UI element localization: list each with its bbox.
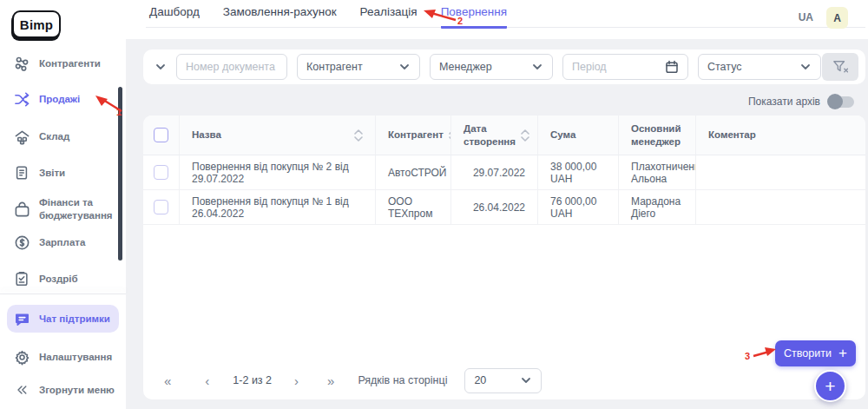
sidebar-item-warehouse[interactable]: Склад <box>0 125 126 148</box>
document-number-input[interactable] <box>186 61 278 73</box>
row-manager-cell: Плахотниченко Альона <box>619 155 696 189</box>
floating-add-button[interactable]: + <box>814 370 846 402</box>
document-icon <box>13 164 30 181</box>
sidebar: Bimp Контрагенти Продажі Склад Звіти Фін… <box>0 0 126 409</box>
archive-toggle-label: Показати архів <box>748 96 820 108</box>
row-manager-cell: Марадона Діего <box>619 190 696 224</box>
status-select[interactable]: Статус <box>698 54 821 80</box>
sidebar-item-support-chat[interactable]: Чат підтримки <box>0 307 126 330</box>
avatar[interactable]: A <box>826 7 848 29</box>
sidebar-item-label: Продажі <box>39 93 80 106</box>
column-header-label: Коментар <box>708 129 756 141</box>
top-header: Дашборд Замовлення-рахунок Реалізація По… <box>126 0 868 39</box>
column-header-label: Назва <box>192 129 221 141</box>
column-header-contractor[interactable]: Контрагент <box>376 115 451 155</box>
column-header-label: Основний менеджер <box>631 122 683 148</box>
warehouse-icon <box>13 128 30 145</box>
status-select-label: Статус <box>707 61 742 73</box>
column-header-comment[interactable]: Коментар <box>696 115 865 155</box>
plus-icon: + <box>838 346 847 360</box>
column-header-sum[interactable]: Сума <box>538 115 619 155</box>
row-checkbox[interactable] <box>154 200 168 214</box>
toggle-knob <box>827 94 843 109</box>
rows-per-page-value: 20 <box>474 374 486 386</box>
language-switcher[interactable]: UA <box>799 11 813 23</box>
sidebar-item-salary[interactable]: Зарплата <box>0 231 126 254</box>
sidebar-item-contractors[interactable]: Контрагенти <box>0 52 126 75</box>
gear-icon <box>13 348 30 366</box>
filters-collapse-icon[interactable] <box>152 58 169 76</box>
table-row[interactable]: Повернення від покупця № 1 від 26.04.202… <box>143 190 865 225</box>
row-checkbox[interactable] <box>154 165 168 180</box>
table-header-row: Назва Контрагент Дата створення Сума Осн <box>143 115 865 155</box>
sidebar-item-label: Звіти <box>39 167 65 180</box>
create-button-label: Створити <box>784 347 832 360</box>
sidebar-item-sales[interactable]: Продажі <box>0 88 126 110</box>
column-header-label: Дата створення <box>464 122 516 148</box>
document-number-field[interactable] <box>176 54 287 80</box>
select-all-cell <box>143 115 180 155</box>
sidebar-item-label: Роздріб <box>39 273 78 286</box>
create-button[interactable]: Створити + <box>775 340 856 366</box>
app-logo[interactable]: Bimp <box>12 10 61 38</box>
next-page-button[interactable]: › <box>294 373 298 388</box>
chevron-down-icon <box>520 374 532 386</box>
tab-bar: Дашборд Замовлення-рахунок Реалізація По… <box>149 5 507 29</box>
manager-select-label: Менеджер <box>439 61 492 73</box>
chevron-down-icon <box>531 61 543 73</box>
row-date-cell: 26.04.2022 <box>451 190 538 224</box>
row-name-cell[interactable]: Повернення від покупця № 2 від 29.07.202… <box>180 155 376 189</box>
column-header-manager[interactable]: Основний менеджер <box>619 115 696 155</box>
chat-icon <box>13 310 30 327</box>
period-field[interactable]: Період <box>562 54 688 80</box>
sort-icon[interactable] <box>516 129 529 142</box>
manager-select[interactable]: Менеджер <box>430 54 553 80</box>
pagination-bar: « ‹ 1-2 из 2 › » Рядків на сторінці 20 <box>157 363 542 398</box>
column-header-label: Сума <box>550 129 575 141</box>
tab-realization[interactable]: Реалізація <box>360 5 418 29</box>
contractor-select[interactable]: Контрагент <box>297 54 420 80</box>
table-row[interactable]: Повернення від покупця № 2 від 29.07.202… <box>143 155 865 190</box>
sort-icon[interactable] <box>444 129 451 142</box>
tab-returns[interactable]: Повернення <box>441 5 507 29</box>
row-contractor-cell: ООО ТЕХпром <box>376 190 451 224</box>
sidebar-item-label: Контрагенти <box>39 57 101 70</box>
sort-icon[interactable] <box>349 129 363 142</box>
calendar-icon <box>665 60 679 74</box>
column-header-label: Контрагент <box>388 129 444 141</box>
rows-per-page-select[interactable]: 20 <box>464 368 542 393</box>
dollar-circle-icon <box>13 234 30 251</box>
sidebar-item-finance[interactable]: Фінанси та бюджетування <box>0 195 126 224</box>
sidebar-item-retail[interactable]: Роздріб <box>0 267 126 290</box>
double-chevron-left-icon <box>13 381 30 399</box>
tab-dashboard[interactable]: Дашборд <box>149 5 200 29</box>
sidebar-item-label: Склад <box>39 130 69 143</box>
sidebar-item-settings[interactable]: Налаштування <box>0 346 126 368</box>
last-page-button[interactable]: » <box>327 373 333 388</box>
sidebar-item-label: Зарплата <box>39 236 85 249</box>
first-page-button[interactable]: « <box>164 373 170 388</box>
tab-order-invoice[interactable]: Замовлення-рахунок <box>223 5 337 29</box>
briefcase-icon <box>13 201 30 218</box>
collapse-menu-label: Згорнути меню <box>39 384 115 397</box>
contractors-icon <box>13 55 30 72</box>
column-header-name[interactable]: Назва <box>180 115 376 155</box>
column-header-created-date[interactable]: Дата створення <box>451 115 538 155</box>
prev-page-button[interactable]: ‹ <box>205 373 208 388</box>
sidebar-item-reports[interactable]: Звіти <box>0 162 126 184</box>
period-field-label: Період <box>572 61 607 73</box>
row-name-cell[interactable]: Повернення від покупця № 1 від 26.04.202… <box>180 190 376 224</box>
collapse-menu-button[interactable]: Згорнути меню <box>0 379 126 401</box>
row-sum-cell: 76 000,00 UAH <box>538 190 619 224</box>
row-checkbox-cell <box>143 155 180 189</box>
row-comment-cell <box>696 155 865 189</box>
archive-toggle-switch[interactable] <box>827 93 857 110</box>
clear-filters-button[interactable] <box>822 53 858 81</box>
sidebar-scrollbar[interactable] <box>118 87 122 261</box>
sidebar-item-label: Чат підтримки <box>39 313 110 326</box>
row-comment-cell <box>696 190 865 224</box>
returns-table: Назва Контрагент Дата створення Сума Осн <box>143 115 865 399</box>
select-all-checkbox[interactable] <box>154 128 168 142</box>
row-contractor-cell: АвтоСТРОЙ <box>376 155 451 189</box>
archive-toggle-row: Показати архів <box>748 93 857 110</box>
